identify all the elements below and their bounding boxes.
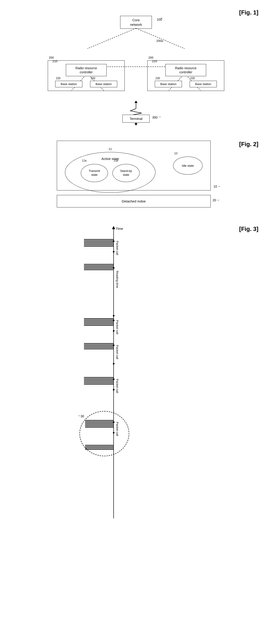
bs-right-1-wrapper: 220 Base station (155, 81, 182, 87)
fig2-outer-ref-tilde: ~ (218, 184, 220, 188)
rnc-left-box: 210 Radio resourcecontroller 220 Base st… (48, 60, 125, 91)
core-network-text: Corenetwork (130, 18, 142, 26)
inner-ellipses: 11a Transmitstate 11b Stand-bystate (81, 164, 140, 182)
packet-call-label-3: Packet call (116, 345, 119, 359)
svg-line-1 (136, 28, 185, 49)
fig1-label: [Fig. 1] (239, 9, 258, 16)
transmit-label: Transmitstate (89, 169, 100, 177)
svg-marker-19 (113, 319, 115, 321)
bs-left-1-ref: 220 (56, 77, 60, 80)
detached-ref-tilde: ~ (218, 198, 219, 202)
rnc-right-box: 210 Radio resourcecontroller 220 Base st… (147, 60, 224, 91)
rrc-left-wrapper: 210 Radio resourcecontroller (51, 64, 121, 76)
burst-1-line-6 (84, 246, 113, 246)
rnc-left-wrapper: 200 210 Radio resourcecontroller (48, 60, 125, 91)
ref-30: 30 (80, 414, 84, 418)
terminal-row: Terminal ~ 300 (48, 111, 224, 122)
idle-ellipse: Idle state (173, 156, 202, 175)
svg-marker-26 (113, 389, 115, 391)
burst-1-line-3 (84, 242, 113, 242)
reading-time-label: Reading time (116, 271, 119, 288)
fig2-label: [Fig. 2] (239, 141, 258, 148)
rrc-right-ref: 210 (152, 60, 157, 63)
bs-right-2-wrapper: 220 Base station (190, 81, 217, 87)
bs-left-2-wrapper: 220 Base station (90, 81, 117, 87)
rrc-right-wrapper: 210 Radio resourcecontroller (151, 64, 221, 76)
packet-call-label-5: Packet call (116, 422, 119, 436)
svg-marker-10 (134, 123, 138, 126)
standby-ref: 11b (114, 159, 118, 162)
svg-marker-29 (113, 432, 115, 434)
fig3-section: [Fig. 3] Time (14, 226, 258, 531)
transmit-ref: 11a (82, 159, 86, 162)
svg-marker-16 (113, 266, 115, 268)
bs-right-1-ref: 220 (156, 77, 160, 80)
burst-1-line-4 (84, 243, 113, 244)
timeline-arrow-up (112, 226, 115, 229)
packet-call-label-1: Packet call (116, 241, 119, 255)
bs-right-row: 220 Base station 220 Base station (151, 81, 221, 87)
rrc-left-text: Radio resourcecontroller (76, 66, 97, 74)
svg-marker-17 (113, 315, 115, 317)
rnc-row: 200 210 Radio resourcecontroller (48, 60, 224, 91)
svg-marker-20 (113, 330, 115, 332)
bs-left-row: 220 Base station 220 Base station (51, 81, 121, 87)
burst-3 (84, 318, 113, 326)
bs-left-1-box: Base station (55, 81, 82, 87)
rnc-right-wrapper: 200 210 Radio resourcecontroller (147, 60, 224, 91)
core-network-row: Corenetwork 100 ~ (48, 16, 224, 29)
rrc-right-text: Radio resourcecontroller (175, 66, 197, 74)
fig3-label: [Fig. 3] (239, 226, 258, 232)
bs-right-2-ref: 220 (190, 77, 195, 80)
burst-1 (84, 239, 113, 246)
burst-1-line-1 (84, 239, 113, 240)
ref-30-tilde: ~ (78, 414, 80, 418)
rnc-left-ref: 200 (49, 56, 54, 59)
active-ref: 11 (108, 147, 112, 151)
fig2-outer-ref: 10 (214, 184, 217, 188)
terminal-wrapper: Terminal ~ 300 (122, 111, 150, 122)
idle-wrapper: 12 Idle state (173, 156, 202, 175)
svg-marker-25 (113, 378, 115, 380)
transmit-wrapper: 11a Transmitstate (81, 164, 108, 182)
burst-4 (84, 343, 113, 349)
burst-1-line-2 (84, 240, 113, 241)
idle-ref: 12 (174, 152, 178, 155)
standby-label: Stand-bystate (120, 169, 132, 177)
svg-marker-13 (113, 240, 115, 242)
bs-left-1-text: Base station (61, 82, 77, 86)
burst-6 (85, 420, 113, 428)
burst-2 (84, 264, 113, 270)
svg-text:200a: 200a (156, 39, 163, 42)
terminal-ref: 300 (152, 116, 158, 119)
fig1-diagram: Corenetwork 100 ~ 200a (48, 9, 224, 122)
page: [Fig. 1] Corenetwork 100 ~ (0, 0, 272, 540)
core-network-box: Corenetwork (120, 16, 152, 29)
fig2-outer-box: 11 Active state 11a Transmitstate (57, 141, 211, 190)
standby-wrapper: 11b Stand-bystate (112, 164, 140, 182)
svg-marker-22 (113, 344, 115, 346)
rnc-right-ref: 200 (148, 56, 154, 59)
terminal-box: Terminal (122, 115, 150, 122)
rrc-right-box: Radio resourcecontroller (166, 64, 206, 76)
detached-label: Detached mdoe (122, 199, 146, 203)
detached-ref: 20 (212, 198, 216, 202)
svg-line-0 (87, 28, 136, 49)
fig2-outer-wrapper: 11 Active state 11a Transmitstate (57, 141, 211, 190)
fig2-diagram: 11 Active state 11a Transmitstate (57, 141, 215, 208)
svg-marker-28 (113, 420, 115, 423)
fig3-diagram: Time Packet call (80, 226, 192, 531)
bs-left-2-text: Base station (96, 82, 112, 86)
time-label: Time (116, 227, 123, 230)
fig1-section: [Fig. 1] Corenetwork 100 ~ (14, 9, 258, 122)
rrc-left-box: Radio resourcecontroller (66, 64, 106, 76)
terminal-text: Terminal (130, 117, 142, 120)
packet-call-label-4: Packet call (116, 379, 119, 393)
bs-right-2-text: Base station (195, 82, 211, 86)
svg-marker-23 (113, 363, 115, 365)
fig2-section: [Fig. 2] 11 Active state (14, 141, 258, 208)
bs-right-2-box: Base station (190, 81, 217, 87)
rrc-left-ref: 210 (52, 60, 58, 63)
bs-right-1-box: Base station (155, 81, 182, 87)
burst-1-line-5 (84, 244, 113, 245)
